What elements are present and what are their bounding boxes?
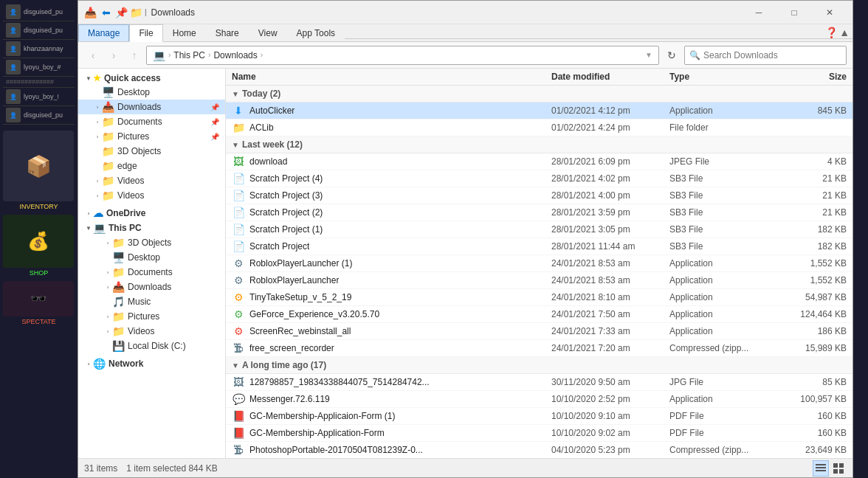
sidebar-item-3dobjects-quick[interactable]: 📁 3D Objects [78, 144, 225, 159]
expand-icon[interactable]: › [93, 176, 102, 185]
tab-app-tools[interactable]: App Tools [287, 24, 345, 41]
sidebar-item-desktop[interactable]: 🖥️ Desktop [78, 250, 225, 265]
expand-icon[interactable]: › [103, 268, 112, 277]
forward-button[interactable]: › [105, 46, 123, 64]
table-row[interactable]: ⚙ ScreenRec_webinstall_all 24/01/2021 7:… [226, 323, 852, 340]
up-button[interactable]: ↑ [125, 46, 143, 64]
search-box[interactable]: 🔍 [684, 46, 847, 65]
expand-ribbon-icon[interactable]: ▲ [839, 27, 850, 38]
sidebar-item-pictures[interactable]: › 📁 Pictures [78, 309, 225, 324]
table-row[interactable]: 📕 GC-Membership-Application-Form 10/10/2… [226, 425, 852, 442]
onedrive-expand-icon[interactable]: › [84, 209, 93, 218]
expand-icon[interactable] [103, 253, 112, 262]
expand-icon[interactable]: › [103, 312, 112, 321]
table-row[interactable]: ⚙ GeForce_Experience_v3.20.5.70 24/01/20… [226, 306, 852, 323]
group-longago[interactable]: ▼ A long time ago (17) [226, 357, 852, 374]
expand-icon[interactable]: › [103, 238, 112, 247]
quick-access-header[interactable]: ▼ ★ Quick access [78, 72, 225, 85]
tab-share[interactable]: Share [206, 24, 249, 41]
sidebar-item-videos2-quick[interactable]: › 📁 Videos [78, 188, 225, 203]
thispc-header[interactable]: ▼ 💻 This PC [78, 221, 225, 235]
sidebar-item-localdisk[interactable]: 💾 Local Disk (C:) [78, 339, 225, 353]
table-row[interactable]: 📕 GC-Membership-Applicaion-Form (1) 10/1… [226, 408, 852, 425]
file-list[interactable]: Name Date modified Type Size ▼ Today (2)… [226, 69, 852, 458]
column-type[interactable]: Type [669, 72, 780, 82]
file-type: File folder [669, 122, 780, 133]
thispc-expand-icon[interactable]: ▼ [84, 224, 93, 232]
sidebar-item-videos-quick[interactable]: › 📁 Videos [78, 173, 225, 188]
tab-home[interactable]: Home [163, 24, 206, 41]
expand-icon[interactable]: › [103, 327, 112, 336]
table-row[interactable]: 📄 Scratch Project (3) 28/01/2021 4:00 pm… [226, 187, 852, 204]
table-row[interactable]: ⚙ TinyTakeSetup_v_5_2_19 24/01/2021 8:10… [226, 289, 852, 306]
path-this-pc[interactable]: This PC [173, 50, 205, 60]
back-arrow-icon[interactable]: ⬅ [100, 7, 112, 18]
onedrive-header[interactable]: › ☁ OneDrive [78, 206, 225, 221]
minimize-button[interactable]: ─ [742, 4, 776, 21]
file-name-cell: 📄 Scratch Project (2) [232, 207, 551, 218]
table-row[interactable]: 💬 Messenger.72.6.119 10/10/2020 2:52 pm … [226, 391, 852, 408]
large-icons-button[interactable] [830, 460, 847, 477]
refresh-button[interactable]: ↻ [662, 46, 681, 65]
tab-manage[interactable]: Manage [78, 24, 129, 41]
sidebar-item-desktop-quick[interactable]: 🖥️ Desktop [78, 85, 225, 100]
expand-icon[interactable]: › [93, 103, 102, 111]
table-row[interactable]: 📄 Scratch Project (2) 28/01/2021 3:59 pm… [226, 204, 852, 221]
expand-icon[interactable] [93, 147, 102, 156]
expand-icon[interactable] [93, 88, 102, 97]
sidebar-item-documents-quick[interactable]: › 📁 Documents 📌 [78, 114, 225, 129]
table-row[interactable]: 🖼 128798857_19834338844075_7514284742...… [226, 374, 852, 391]
table-row[interactable]: 🗜 PhotoshopPortable-20170504T081239Z-0..… [226, 442, 852, 458]
close-button[interactable]: ✕ [813, 4, 847, 21]
sidebar-item-music[interactable]: 🎵 Music [78, 294, 225, 309]
group-lastweek[interactable]: ▼ Last week (12) [226, 136, 852, 153]
expand-icon[interactable] [103, 297, 112, 306]
group-toggle-icon[interactable]: ▼ [232, 361, 239, 370]
sidebar-item-3dobjects[interactable]: › 📁 3D Objects [78, 235, 225, 250]
sidebar-item-documents[interactable]: › 📁 Documents [78, 265, 225, 280]
quick-access-expand-icon[interactable]: ▼ [84, 74, 93, 83]
sidebar-item-edge-quick[interactable]: 📁 edge [78, 159, 225, 173]
table-row[interactable]: 🗜 free_screen_recorder 24/01/2021 7:20 a… [226, 340, 852, 357]
sidebar-item-videos[interactable]: › 📁 Videos [78, 324, 225, 339]
table-row[interactable]: 📄 Scratch Project (1) 28/01/2021 3:05 pm… [226, 221, 852, 238]
expand-icon[interactable]: › [93, 191, 102, 200]
table-row[interactable]: ⬇ AutoClicker 01/02/2021 4:12 pm Applica… [226, 103, 852, 119]
column-date[interactable]: Date modified [551, 72, 669, 82]
help-icon[interactable]: ❓ [825, 27, 838, 38]
expand-icon[interactable] [93, 162, 102, 170]
tab-view[interactable]: View [249, 24, 287, 41]
table-row[interactable]: 🖼 download 28/01/2021 6:09 pm JPEG File … [226, 153, 852, 170]
column-size[interactable]: Size [780, 72, 847, 82]
network-expand-icon[interactable]: › [84, 359, 93, 368]
table-row[interactable]: 📁 ACLib 01/02/2021 4:24 pm File folder [226, 119, 852, 136]
sidebar-item-pictures-quick[interactable]: › 📁 Pictures 📌 [78, 129, 225, 144]
file-date: 10/10/2020 9:02 am [551, 428, 669, 438]
table-row[interactable]: 📄 Scratch Project 28/01/2021 11:44 am SB… [226, 238, 852, 255]
sidebar-item-downloads[interactable]: › 📥 Downloads [78, 280, 225, 294]
details-view-button[interactable] [813, 460, 829, 477]
expand-icon[interactable] [103, 342, 112, 350]
group-toggle-icon[interactable]: ▼ [232, 90, 239, 98]
expand-icon[interactable]: › [103, 283, 112, 291]
column-name[interactable]: Name [232, 72, 551, 82]
pin-icon[interactable]: 📌 [115, 7, 127, 18]
path-downloads[interactable]: Downloads [213, 50, 257, 60]
maximize-button[interactable]: □ [777, 4, 811, 21]
network-header[interactable]: › 🌐 Network [78, 356, 225, 371]
table-row[interactable]: ⚙ RobloxPlayerLauncher 24/01/2021 8:53 a… [226, 272, 852, 289]
group-today[interactable]: ▼ Today (2) [226, 86, 852, 103]
table-row[interactable]: ⚙ RobloxPlayerLauncher (1) 24/01/2021 8:… [226, 255, 852, 272]
table-row[interactable]: 📄 Scratch Project (4) 28/01/2021 4:02 pm… [226, 170, 852, 187]
sidebar-item-downloads-quick[interactable]: › 📥 Downloads 📌 [78, 100, 225, 114]
expand-icon[interactable]: › [93, 132, 102, 141]
search-input[interactable] [703, 50, 841, 60]
dropdown-arrow-icon[interactable]: ▼ [645, 51, 652, 59]
expand-icon[interactable]: › [93, 117, 102, 126]
back-button[interactable]: ‹ [84, 46, 102, 64]
file-name: Messenger.72.6.119 [249, 394, 330, 404]
address-path[interactable]: 💻 › This PC › Downloads › ▼ [146, 46, 659, 65]
group-toggle-icon[interactable]: ▼ [232, 141, 239, 149]
folder-small-icon[interactable]: 📁 [130, 7, 142, 18]
tab-file[interactable]: File [129, 24, 162, 42]
